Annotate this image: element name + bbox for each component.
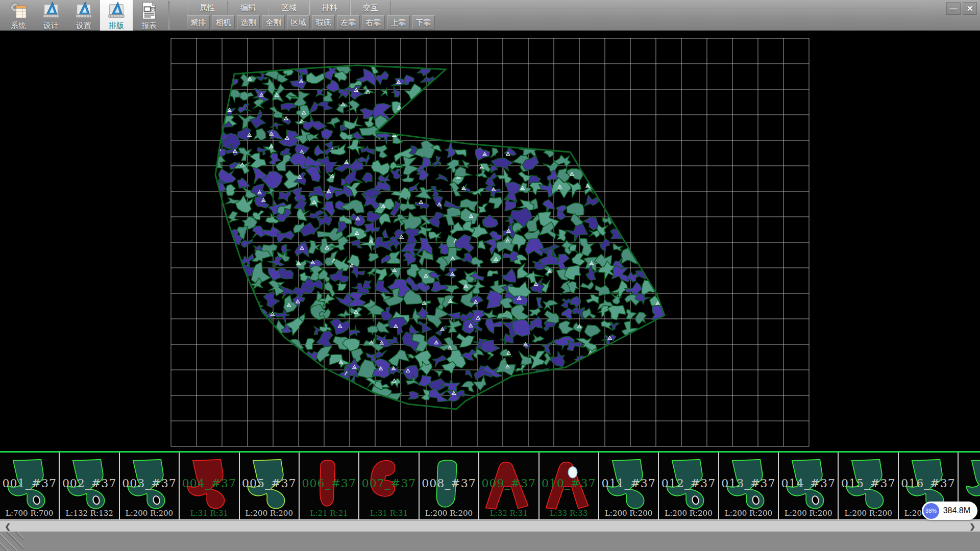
piece-thumbnail-7[interactable]: 007_#37L:31 R:31 [359, 453, 419, 519]
piece-thumbnail-13[interactable]: 013_#37L:200 R:200 [719, 453, 779, 519]
piece-shape-preview [721, 454, 777, 517]
piece-shape-preview [182, 454, 237, 517]
nav-button-4[interactable]: 排版 [100, 0, 133, 31]
piece-shape-preview [661, 454, 717, 517]
piece-thumbnail-6[interactable]: 006_#37L:21 R:21 [300, 453, 359, 519]
menu-tab-4[interactable]: 排料 [309, 1, 350, 15]
menu-tab-5[interactable]: 交互 [350, 1, 391, 15]
piece-thumbnail-4[interactable]: 004_#37L:31 R:31 [180, 453, 239, 519]
nav-button-label: 设计 [43, 21, 59, 31]
piece-thumbnail-8[interactable]: 008_#37L:200 R:200 [420, 453, 479, 519]
tool-button-9[interactable]: 上靠 [387, 15, 410, 30]
piece-thumbnail-2[interactable]: 002_#37L:132 R:132 [60, 453, 119, 519]
nav-button-label: 排版 [109, 21, 124, 31]
piece-thumbnail-15[interactable]: 015_#37L:200 R:200 [839, 453, 898, 519]
nesting-canvas[interactable] [0, 31, 980, 451]
toolbar-divider [168, 1, 169, 30]
piece-thumbnail-5[interactable]: 005_#37L:200 R:200 [240, 453, 300, 519]
piece-thumbnail-9[interactable]: 009_#37L:32 R:31 [479, 453, 539, 519]
tool-button-7[interactable]: 左靠 [337, 15, 360, 30]
toolbar-groove [398, 7, 924, 9]
piece-thumbnail-strip: 001_#37L:700 R:700002_#37L:132 R:132003_… [0, 451, 980, 520]
piece-thumbnail-10[interactable]: 010_#37L:33 R:33 [540, 453, 599, 519]
piece-shape-preview [841, 454, 896, 517]
nav-button-5[interactable]: 报表 [133, 0, 165, 31]
window-controls: — ✕ [946, 2, 977, 15]
piece-shape-preview [481, 454, 537, 517]
piece-shape-preview [542, 454, 597, 517]
memory-size-label: 384.8M [943, 506, 970, 515]
tool-button-3[interactable]: 选割 [237, 15, 260, 30]
piece-thumbnail-11[interactable]: 011_#37L:200 R:200 [599, 453, 659, 519]
tool-button-10[interactable]: 下靠 [412, 15, 435, 30]
nav-icon-bar: 系统设计设置排版报表 [0, 0, 165, 31]
menu-area: 属性编辑区域排料交互 聚排相机选割全割区域瑕疵左靠右靠上靠下靠 [173, 0, 980, 30]
piece-shape-preview [781, 454, 837, 517]
close-button[interactable]: ✕ [963, 2, 977, 15]
piece-shape-preview [2, 454, 58, 517]
settings-setsquare-icon [74, 1, 94, 20]
piece-shape-preview [422, 454, 477, 517]
nav-button-label: 报表 [141, 21, 157, 31]
nav-button-1[interactable]: 系统 [2, 0, 35, 31]
nav-button-3[interactable]: 设置 [67, 0, 100, 31]
menu-tab-2[interactable]: 编辑 [228, 1, 268, 15]
tool-button-4[interactable]: 全割 [262, 15, 285, 30]
tool-button-8[interactable]: 右靠 [362, 15, 385, 30]
piece-shape-preview [242, 454, 298, 517]
horizontal-scrollbar[interactable]: ❮ ❯ [0, 520, 980, 532]
tool-button-1[interactable]: 聚排 [187, 15, 210, 30]
nav-button-label: 设置 [76, 21, 91, 31]
menu-tab-1[interactable]: 属性 [187, 1, 228, 15]
piece-thumbnail-3[interactable]: 003_#37L:200 R:200 [120, 453, 180, 519]
nav-button-2[interactable]: 设计 [35, 0, 67, 31]
resize-grip [0, 532, 23, 551]
status-bar [0, 532, 980, 551]
minimize-button[interactable]: — [946, 2, 961, 15]
memory-badge: 38% 384.8M [922, 502, 977, 520]
design-setsquare-icon [41, 1, 61, 20]
tool-button-2[interactable]: 相机 [212, 15, 235, 30]
piece-thumbnail-1[interactable]: 001_#37L:700 R:700 [0, 453, 60, 519]
nav-button-label: 系统 [11, 21, 26, 31]
menu-tab-3[interactable]: 区域 [268, 1, 309, 15]
tool-button-5[interactable]: 区域 [287, 15, 310, 30]
piece-shape-preview [302, 454, 357, 517]
piece-thumbnail-12[interactable]: 012_#37L:200 R:200 [659, 453, 719, 519]
memory-percent-indicator: 38% [923, 503, 939, 519]
piece-thumbnail-14[interactable]: 014_#37L:200 R:200 [779, 453, 839, 519]
report-doc-icon [139, 1, 159, 20]
menu-tab-row: 属性编辑区域排料交互 [187, 1, 980, 15]
scroll-right-icon[interactable]: ❯ [965, 522, 980, 531]
nesting-setsquare-icon [106, 1, 127, 20]
tool-button-row: 聚排相机选割全割区域瑕疵左靠右靠上靠下靠 [187, 15, 980, 30]
piece-shape-preview [601, 454, 657, 517]
tool-button-6[interactable]: 瑕疵 [312, 15, 335, 30]
piece-shape-preview [62, 454, 117, 517]
nesting-layout-svg [0, 31, 980, 451]
piece-shape-preview [361, 454, 417, 517]
titlebar: 系统设计设置排版报表 属性编辑区域排料交互 聚排相机选割全割区域瑕疵左靠右靠上靠… [0, 0, 980, 31]
piece-shape-preview [122, 454, 178, 517]
system-gear-icon [8, 1, 29, 20]
scroll-left-icon[interactable]: ❮ [0, 522, 15, 531]
